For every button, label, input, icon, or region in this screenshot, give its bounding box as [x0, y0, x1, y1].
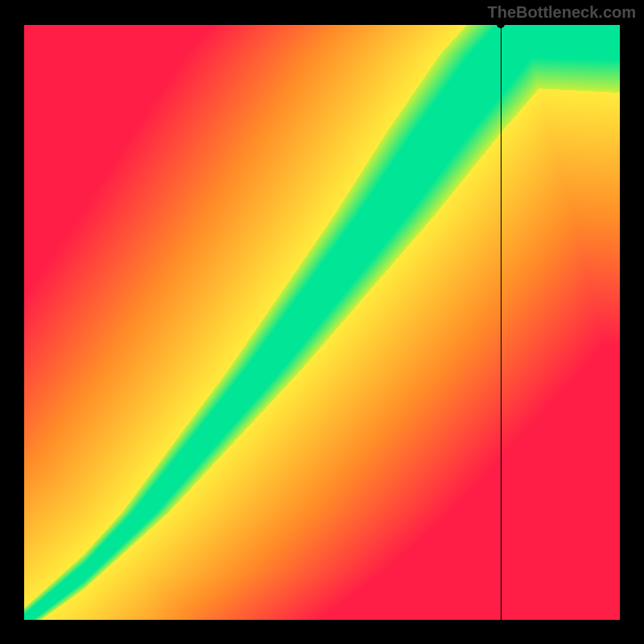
crosshair-horizontal — [24, 24, 620, 25]
watermark-text: TheBottleneck.com — [488, 3, 636, 22]
heatmap-canvas — [24, 24, 620, 620]
crosshair-vertical — [501, 24, 502, 620]
heatmap-chart — [24, 24, 620, 620]
